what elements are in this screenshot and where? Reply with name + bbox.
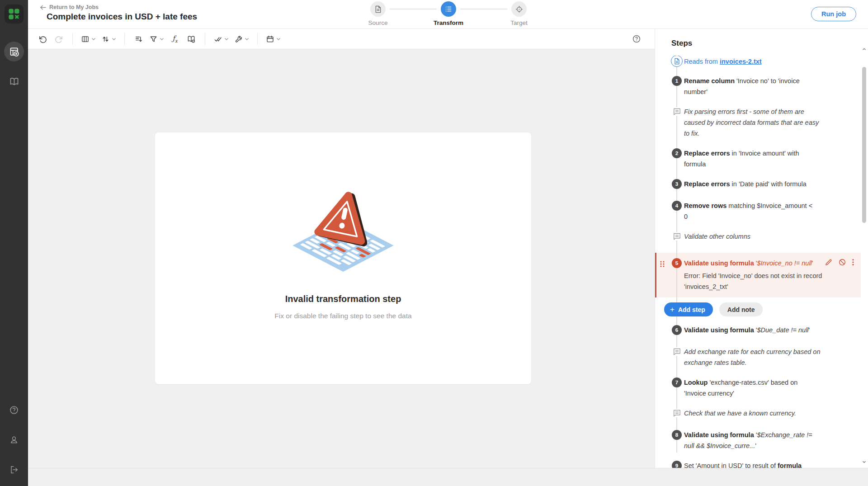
step-number-badge: 8 <box>672 430 682 440</box>
undo-icon <box>38 35 47 43</box>
main-column: Return to My Jobs Complete invoices in U… <box>28 0 868 486</box>
back-label: Return to My Jobs <box>49 4 99 10</box>
page-title: Complete invoices in USD + late fees <box>47 12 197 22</box>
step-item-6[interactable]: 6Validate using formula '$Due_date != nu… <box>655 325 861 335</box>
stepper-target[interactable]: Target <box>501 1 537 26</box>
run-job-button[interactable]: Run job <box>811 7 856 21</box>
toolbar-divider <box>257 33 258 45</box>
back-to-jobs-link[interactable]: Return to My Jobs <box>40 4 99 10</box>
stepper-connector <box>460 9 507 9</box>
sort-button[interactable] <box>99 32 118 46</box>
disable-icon[interactable] <box>838 258 846 269</box>
reads-from-label: Reads from <box>684 58 720 65</box>
step-number-badge: 3 <box>672 179 682 189</box>
step-item-9[interactable]: 9Set 'Amount in USD' to result of formul… <box>655 460 861 468</box>
note-item[interactable]: Validate other columns <box>655 231 861 242</box>
data-canvas: Invalid transformation step Fix or disab… <box>28 49 655 468</box>
stepper-connector <box>390 9 437 9</box>
sidebar-item-jobs[interactable] <box>4 42 24 61</box>
toolbar-divider <box>124 33 125 45</box>
step-number-badge: 7 <box>672 377 682 387</box>
panel-scrollbar[interactable] <box>861 47 867 464</box>
tools-button[interactable] <box>232 32 251 46</box>
scrollbar-thumb[interactable] <box>862 67 866 223</box>
step-number-badge: 9 <box>672 461 682 468</box>
jobs-table-icon <box>9 47 19 57</box>
error-step-actions <box>825 258 854 269</box>
filter-button[interactable] <box>147 32 166 46</box>
transform-list-icon <box>445 5 452 13</box>
top-rows-icon <box>134 35 143 43</box>
toolbar-divider <box>72 33 73 45</box>
stepper-source[interactable]: Source <box>360 1 396 26</box>
step-item-7[interactable]: 7Lookup 'exchange-rates.csv' based on 'I… <box>655 377 861 399</box>
steps-timeline <box>676 62 677 453</box>
target-icon <box>515 5 523 13</box>
source-file-link[interactable]: invoices-2.txt <box>720 58 762 65</box>
lookup-button[interactable] <box>184 32 198 46</box>
date-calendar-icon <box>266 35 274 43</box>
help-icon <box>9 405 19 415</box>
chevron-down-icon <box>276 38 281 41</box>
note-item[interactable]: Fix parsing errors first - some of them … <box>655 106 861 139</box>
scroll-up-arrow[interactable] <box>862 47 867 52</box>
date-button[interactable] <box>264 32 283 46</box>
sidebar-signout-button[interactable] <box>4 460 24 480</box>
step-number-badge: 4 <box>672 201 682 211</box>
validate-checks-icon <box>213 35 222 43</box>
add-note-button[interactable]: Add note <box>719 302 763 316</box>
stepper-source-label: Source <box>368 19 388 26</box>
sidebar-bottom <box>4 400 24 480</box>
sidebar-account-button[interactable] <box>4 430 24 450</box>
clover-logo[interactable] <box>5 5 24 24</box>
app-root: Return to My Jobs Complete invoices in U… <box>0 0 868 486</box>
sort-icon <box>101 35 110 43</box>
sign-out-icon <box>9 465 19 475</box>
chevron-down-icon <box>91 38 96 41</box>
step-item-4[interactable]: 4Remove rows matching $Invoice_amount < … <box>655 200 861 222</box>
sidebar-help-button[interactable] <box>4 400 24 420</box>
clover-logo-icon <box>7 7 21 21</box>
account-icon <box>9 435 19 445</box>
source-step-row[interactable]: Reads from invoices-2.txt <box>655 56 861 67</box>
toolbar-help-button[interactable] <box>629 32 644 46</box>
add-step-button[interactable]: +Add step <box>664 302 713 316</box>
chevron-down-icon <box>245 38 249 41</box>
toolbar-divider <box>205 33 205 45</box>
step-item-2[interactable]: 2Replace errors in 'Invoice amount' with… <box>655 148 861 170</box>
stepper-transform[interactable]: Transform <box>430 1 467 26</box>
top-rows-button[interactable] <box>131 32 146 46</box>
empty-state-subtitle: Fix or disable the failing step to see t… <box>274 312 411 320</box>
note-item[interactable]: Add exchange rate for each currency base… <box>655 346 861 368</box>
stepper-target-label: Target <box>510 19 528 26</box>
scroll-down-arrow[interactable] <box>862 460 867 464</box>
drag-handle-icon[interactable] <box>660 260 665 271</box>
redo-button[interactable] <box>52 32 66 46</box>
edit-icon[interactable] <box>825 258 833 269</box>
plus-icon: + <box>670 306 675 313</box>
help-icon <box>632 34 641 43</box>
chevron-down-icon <box>160 38 164 41</box>
columns-button[interactable] <box>79 32 98 46</box>
filter-icon <box>149 35 158 43</box>
toolbar: ƒx <box>28 29 655 49</box>
step-item-3[interactable]: 3Replace errors in 'Date paid' with form… <box>655 179 861 189</box>
lookup-book-icon <box>187 35 196 43</box>
error-step-item-5[interactable]: 5Validate using formula '$Invoice_no != … <box>655 253 861 297</box>
error-message: Error: Field 'Invoice_no' does not exist… <box>684 270 850 292</box>
library-book-icon <box>9 76 19 87</box>
step-item-8[interactable]: 8Validate using formula '$Exchange_rate … <box>655 429 861 451</box>
validate-button[interactable] <box>212 32 231 46</box>
main-area: ƒx <box>28 29 655 468</box>
step-item-1[interactable]: 1Rename column 'Invoice no' to 'invoice … <box>655 75 861 97</box>
formula-button[interactable]: ƒx <box>168 32 182 46</box>
note-item[interactable]: Check that we have a known currency. <box>655 408 861 419</box>
undo-button[interactable] <box>35 32 50 46</box>
step-number-badge: 1 <box>672 76 682 86</box>
footer-strip <box>28 468 868 486</box>
sidebar-nav <box>4 42 24 91</box>
header: Return to My Jobs Complete invoices in U… <box>28 0 868 29</box>
sidebar-item-library[interactable] <box>4 71 24 91</box>
empty-state-title: Invalid transformation step <box>285 294 401 304</box>
more-menu-icon[interactable] <box>852 258 854 269</box>
